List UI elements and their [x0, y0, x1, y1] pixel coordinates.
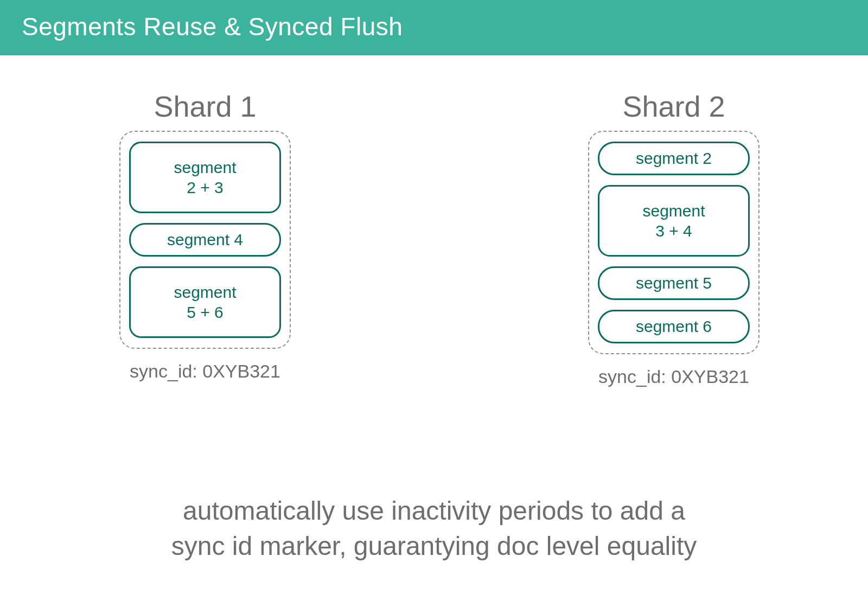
- shard-2-column: Shard 2 segment 2 segment 3 + 4 segment …: [588, 90, 760, 387]
- shard-2-segment-0: segment 2: [598, 142, 750, 175]
- segment-label: segment: [642, 201, 705, 221]
- slide-title: Segments Reuse & Synced Flush: [0, 0, 868, 55]
- shard-1-box: segment 2 + 3 segment 4 segment 5 + 6: [119, 131, 291, 349]
- segment-label: 5 + 6: [187, 302, 224, 323]
- segment-label: segment: [174, 282, 236, 303]
- shard-2-title: Shard 2: [622, 90, 725, 123]
- shard-1-column: Shard 1 segment 2 + 3 segment 4 segment …: [119, 90, 291, 387]
- segment-label: segment 6: [636, 316, 712, 337]
- shard-2-segment-1: segment 3 + 4: [598, 185, 750, 257]
- caption-line-1: automatically use inactivity periods to …: [183, 496, 685, 525]
- shard-1-segment-2: segment 5 + 6: [129, 266, 281, 338]
- segment-label: 2 + 3: [187, 177, 224, 198]
- diagram-area: Shard 1 segment 2 + 3 segment 4 segment …: [0, 90, 868, 387]
- shard-2-segment-2: segment 5: [598, 266, 750, 300]
- segment-label: segment 4: [167, 229, 243, 250]
- shard-2-segment-3: segment 6: [598, 310, 750, 343]
- caption: automatically use inactivity periods to …: [0, 494, 868, 564]
- shard-1-sync-id: sync_id: 0XYB321: [130, 361, 280, 382]
- shard-1-title: Shard 1: [154, 90, 256, 123]
- shard-1-segment-1: segment 4: [129, 223, 281, 257]
- segment-label: segment: [174, 157, 236, 178]
- segment-label: segment 2: [636, 148, 712, 169]
- shard-2-sync-id: sync_id: 0XYB321: [598, 366, 749, 387]
- caption-line-2: sync id marker, guarantying doc level eq…: [171, 532, 697, 560]
- shard-1-segment-0: segment 2 + 3: [129, 142, 281, 213]
- segment-label: segment 5: [636, 273, 712, 293]
- slide: Segments Reuse & Synced Flush Shard 1 se…: [0, 0, 868, 613]
- segment-label: 3 + 4: [655, 221, 692, 241]
- shard-2-box: segment 2 segment 3 + 4 segment 5 segmen…: [588, 131, 760, 354]
